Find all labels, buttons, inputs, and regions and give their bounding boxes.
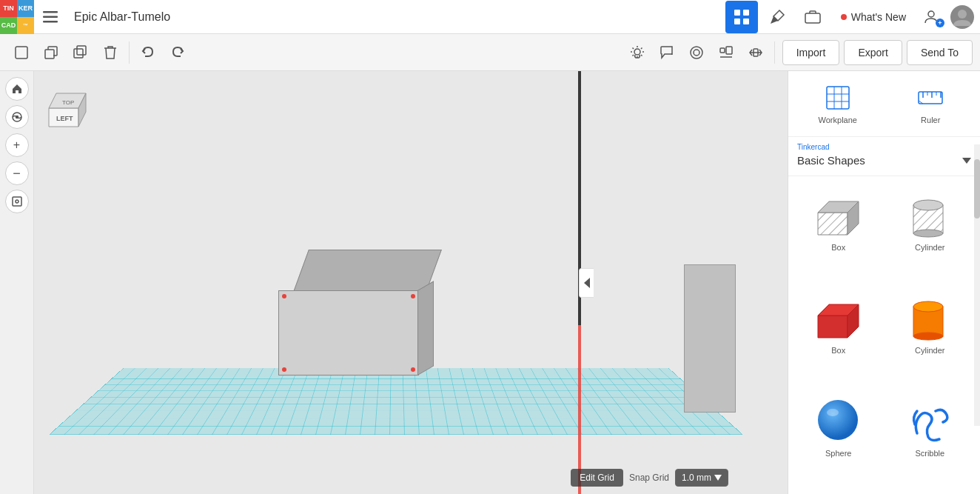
svg-rect-2 [43, 21, 58, 23]
shape-thumb-sphere-blue [813, 394, 865, 446]
snap-grid-label: Snap Grid [629, 473, 669, 483]
svg-marker-31 [584, 278, 590, 288]
comment-button[interactable] [653, 39, 681, 67]
new-button[interactable] [7, 39, 36, 67]
snap-value: 1.0 mm [682, 473, 711, 483]
hamburger-button[interactable] [34, 1, 67, 33]
svg-rect-1 [43, 16, 58, 18]
projects-button[interactable] [796, 1, 829, 33]
logo-bl: CAD [0, 17, 17, 34]
svg-point-14 [634, 49, 640, 55]
svg-marker-52 [818, 316, 848, 338]
toolbar-separator-1 [129, 41, 130, 64]
svg-point-24 [16, 200, 19, 203]
send-to-button[interactable]: Send To [907, 40, 973, 65]
shape-thumb-box-gray [813, 188, 865, 240]
svg-rect-3 [734, 10, 740, 16]
svg-point-16 [694, 50, 699, 56]
shape-label-cylinder-orange: Cylinder [915, 346, 944, 355]
shape-library-header: Tinkercad Basic Shapes [788, 137, 980, 176]
panel-tools-header: Workplane Ruler [788, 71, 980, 137]
svg-rect-11 [45, 50, 54, 59]
svg-rect-37 [919, 92, 942, 104]
library-tag: Tinkercad [797, 143, 971, 151]
shape-thumb-box-red [813, 291, 865, 343]
workplane-button[interactable]: Workplane [794, 77, 882, 130]
scrollbar-thumb[interactable] [974, 159, 980, 218]
shape-item-scribble[interactable]: Scribble [886, 388, 975, 488]
shape-item-cylinder-orange[interactable]: Cylinder [886, 285, 975, 385]
flip-button[interactable] [742, 39, 770, 67]
shape-label-box-red: Box [831, 346, 845, 355]
ruler-button[interactable]: Ruler [887, 77, 975, 130]
svg-rect-7 [805, 13, 820, 23]
whats-new-button[interactable]: What's New [832, 7, 915, 27]
align-button[interactable] [712, 39, 740, 67]
logo-br: ™ [17, 17, 34, 34]
viewport[interactable]: LEFT TOP Edit Grid Snap Grid [34, 71, 788, 494]
edit-grid-button[interactable]: Edit Grid [571, 469, 623, 487]
zoom-out-button[interactable]: − [5, 161, 29, 185]
svg-rect-23 [13, 197, 21, 206]
box-front-face [278, 290, 419, 375]
ruler-label: Ruler [921, 116, 940, 124]
svg-point-57 [913, 301, 943, 312]
orient-cube[interactable]: LEFT TOP [41, 79, 93, 130]
scrollbar-track [974, 144, 980, 426]
shape-item-box-red[interactable]: Box [794, 285, 883, 385]
svg-point-8 [928, 11, 934, 17]
toolbar: Import Export Send To [0, 34, 980, 71]
right-panel-shape [684, 264, 736, 413]
duplicate-button[interactable] [67, 39, 95, 67]
shape-label-cylinder-gray: Cylinder [915, 243, 944, 252]
svg-rect-12 [74, 49, 83, 58]
logo-tr: KER [17, 0, 34, 17]
orbit-button[interactable] [5, 105, 29, 129]
svg-rect-32 [827, 87, 849, 109]
svg-rect-13 [77, 46, 86, 55]
svg-point-56 [913, 333, 943, 340]
fit-view-button[interactable] [5, 190, 29, 213]
shapes-grid: Box [788, 176, 980, 494]
collapse-panel-button[interactable] [579, 268, 594, 298]
svg-rect-4 [743, 10, 749, 16]
main: + − LEFT TOP [0, 71, 980, 494]
shape-item-box-gray[interactable]: Box [794, 182, 883, 282]
snap-grid-select[interactable]: 1.0 mm [675, 469, 728, 487]
logo: TIN KER CAD ™ [0, 0, 34, 34]
box-top-face [292, 250, 442, 294]
import-button[interactable]: Import [782, 40, 840, 65]
svg-rect-5 [734, 19, 740, 24]
topbar: TIN KER CAD ™ Epic Albar-Tumelo [0, 0, 980, 34]
svg-point-58 [818, 400, 858, 440]
avatar[interactable] [950, 5, 974, 29]
delete-button[interactable] [96, 39, 124, 67]
light-button[interactable] [623, 39, 651, 67]
library-select-dropdown[interactable]: Basic Shapes [797, 151, 971, 170]
shape-label-box-gray: Box [831, 243, 845, 252]
svg-point-59 [827, 409, 839, 416]
home-view-button[interactable] [5, 77, 29, 101]
zoom-in-button[interactable]: + [5, 133, 29, 157]
pick-button[interactable] [761, 1, 793, 33]
grid-plane [49, 368, 743, 435]
shape-thumb-cylinder-gray [904, 188, 956, 240]
corner-dot-br [411, 367, 415, 372]
copy-button[interactable] [37, 39, 65, 67]
whats-new-label: What's New [851, 11, 906, 23]
shape-item-cylinder-gray[interactable]: Cylinder [886, 182, 975, 282]
add-user-button[interactable]: + [918, 2, 947, 32]
redo-button[interactable] [164, 39, 192, 67]
group-button[interactable] [682, 39, 711, 67]
svg-point-51 [913, 200, 943, 210]
project-name: Epic Albar-Tumelo [67, 10, 725, 24]
shape-item-sphere-blue[interactable]: Sphere [794, 388, 883, 488]
notification-dot [841, 14, 847, 20]
corner-dot-bl [282, 367, 286, 372]
undo-button[interactable] [134, 39, 162, 67]
3d-box[interactable] [278, 250, 434, 375]
export-button[interactable]: Export [844, 40, 902, 65]
grid-view-button[interactable] [725, 1, 758, 33]
svg-text:TOP: TOP [62, 99, 74, 106]
shape-thumb-cylinder-orange [904, 291, 956, 343]
